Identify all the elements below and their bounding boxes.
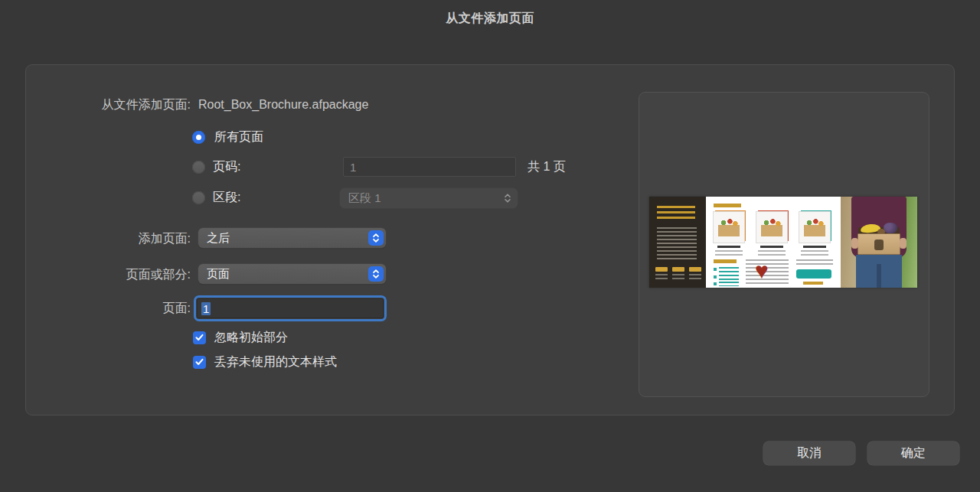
brochure-gold-button	[672, 267, 684, 272]
ok-button[interactable]: 确定	[867, 441, 959, 465]
page-number-radio[interactable]	[192, 161, 205, 174]
all-pages-label: 所有页面	[214, 130, 263, 144]
pages-or-section-select-value: 页面	[198, 267, 368, 282]
checkbox-row-discard-styles: 丢弃未使用的文本样式	[193, 355, 337, 369]
radio-row-page-number: 页码:	[192, 160, 240, 174]
options-groupbox: 从文件添加页面: Root_Box_Brochure.afpackage 所有页…	[25, 64, 955, 415]
brochure-heading-gold	[657, 206, 695, 221]
ignore-initial-section-checkbox[interactable]	[193, 331, 206, 344]
add-pages-select[interactable]: 之后	[198, 228, 386, 248]
right-hand	[900, 238, 906, 249]
page-number-input[interactable]	[343, 157, 516, 177]
discard-unused-styles-label: 丢弃未使用的文本样式	[214, 355, 337, 369]
product-caption-lines	[715, 250, 743, 256]
radio-dot-icon	[196, 135, 201, 140]
produce-thumbnail	[804, 218, 825, 236]
all-pages-radio[interactable]	[192, 131, 205, 144]
product-caption-lines	[801, 250, 828, 256]
list-item-lines	[719, 282, 739, 286]
discard-unused-styles-checkbox[interactable]	[193, 356, 206, 369]
page-field-focus-ring: 1	[194, 295, 387, 321]
ignore-initial-section-label: 忽略初始部分	[214, 331, 288, 344]
pages-or-section-label: 页面或部分:	[26, 268, 191, 282]
product-card	[799, 212, 830, 243]
list-item-lines	[719, 267, 739, 272]
list-number-marker	[714, 282, 717, 285]
produce-thumbnail	[718, 218, 740, 236]
grapes	[884, 223, 897, 233]
source-file-value: Root_Box_Brochure.afpackage	[198, 98, 368, 112]
list-number-marker	[714, 268, 717, 271]
product-title-line	[717, 246, 740, 248]
produce-thumbnail	[761, 218, 782, 236]
brochure-button-caption	[672, 274, 684, 279]
radio-row-all-pages: 所有页面	[192, 130, 263, 144]
page-field-label: 页面:	[26, 301, 191, 315]
brochure-section-heading	[714, 259, 737, 263]
product-card	[756, 212, 787, 243]
checkbox-check-icon	[195, 334, 204, 341]
total-pages-text: 共 1 页	[528, 157, 566, 177]
brochure-panel-left	[649, 197, 706, 288]
brochure-panel-middle: ♥	[706, 197, 841, 288]
add-pages-label: 添加页面:	[26, 232, 191, 246]
page-input[interactable]: 1	[197, 298, 384, 318]
box-logo-stamp	[874, 239, 884, 250]
brochure-button-caption	[655, 274, 668, 279]
jeans-shadow	[877, 264, 881, 288]
product-caption-lines	[758, 250, 786, 256]
chevron-up-down-icon	[500, 191, 515, 206]
checkbox-row-ignore-initial: 忽略初始部分	[193, 331, 288, 344]
heart-icon: ♥	[755, 259, 769, 282]
paragraph-lines	[796, 259, 833, 267]
chevron-up-down-icon	[368, 230, 384, 246]
brochure-preview-image: ♥	[649, 197, 917, 288]
pages-or-section-select[interactable]: 页面	[198, 264, 386, 284]
section-select-value: 区段 1	[340, 191, 500, 206]
add-pages-select-value: 之后	[198, 231, 368, 246]
add-pages-dialog: 从文件添加页面 从文件添加页面: Root_Box_Brochure.afpac…	[0, 0, 980, 492]
brochure-panel-photo	[841, 197, 917, 288]
brochure-button-caption	[689, 274, 701, 279]
left-hand	[851, 238, 858, 249]
brochure-gold-caption	[803, 282, 823, 285]
section-label: 区段:	[213, 191, 240, 204]
product-title-line	[760, 246, 783, 248]
dialog-title: 从文件添加页面	[0, 11, 980, 27]
title-bar: 从文件添加页面	[0, 0, 980, 37]
chevron-up-down-icon	[368, 266, 384, 282]
product-card	[714, 212, 744, 243]
brochure-section-heading	[714, 204, 741, 207]
section-select[interactable]: 区段 1	[340, 188, 518, 208]
radio-row-section: 区段:	[192, 191, 240, 204]
cancel-button[interactable]: 取消	[763, 441, 855, 465]
brochure-gold-button	[689, 267, 701, 272]
checkbox-check-icon	[195, 358, 204, 366]
brochure-gold-button	[655, 267, 668, 272]
list-item-lines	[719, 275, 739, 280]
section-radio[interactable]	[192, 191, 205, 204]
brochure-body-text	[657, 227, 697, 259]
teal-cta-button	[796, 269, 831, 279]
list-number-marker	[714, 275, 717, 279]
source-file-label: 从文件添加页面:	[26, 98, 191, 112]
page-number-label: 页码:	[213, 160, 240, 174]
page-input-selected-text: 1	[201, 302, 211, 315]
product-title-line	[803, 246, 826, 248]
preview-panel: ♥	[639, 92, 929, 397]
